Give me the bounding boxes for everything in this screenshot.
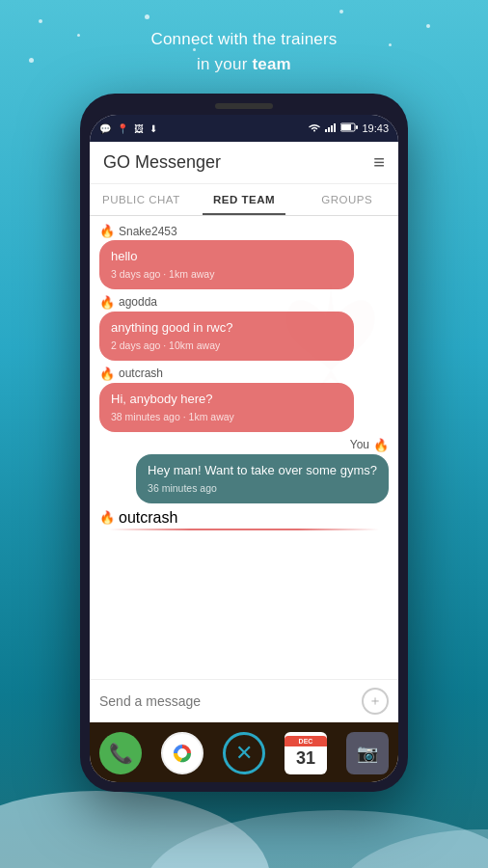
outcrash-row: 🔥 outcrash — [99, 509, 389, 527]
app-title: GO Messenger — [103, 152, 221, 173]
outcrash-last-label: outcrash — [119, 509, 177, 527]
tab-public-chat[interactable]: PUBLIC CHAT — [90, 184, 193, 215]
bubble-meta-2: 38 minutes ago · 1km away — [111, 410, 342, 424]
signal-icon — [325, 122, 337, 134]
fire-icon-you: 🔥 — [373, 438, 389, 452]
bubble-text-1: anything good in rwc? — [111, 319, 342, 337]
hero-line2-bold: team — [252, 55, 291, 73]
phone-speaker — [215, 103, 273, 109]
bubble-text-0: hello — [111, 248, 342, 265]
svg-rect-5 — [331, 125, 333, 132]
bubble-2: Hi, anybody here? 38 minutes ago · 1km a… — [99, 383, 354, 432]
fire-icon-1: 🔥 — [99, 295, 115, 310]
hero-line2-prefix: in your — [197, 55, 252, 73]
message-input[interactable] — [99, 693, 354, 709]
hero-header: Connect with the trainers in your team — [0, 0, 488, 94]
svg-rect-8 — [341, 124, 351, 130]
sender-label-0: 🔥 Snake2453 — [99, 224, 389, 238]
sender-label-2: 🔥 outcrash — [99, 366, 389, 381]
bubble-meta-1: 2 days ago · 10km away — [111, 339, 342, 353]
snow-particle — [77, 34, 80, 37]
download-icon: ⬇ — [149, 123, 157, 134]
battery-icon — [340, 122, 358, 134]
time-display: 19:43 — [362, 122, 389, 134]
bubble-0: hello 3 days ago · 1km away — [99, 240, 354, 289]
bubble-1: anything good in rwc? 2 days ago · 10km … — [99, 312, 354, 361]
snow-particle — [389, 43, 392, 46]
wifi-icon — [308, 122, 321, 134]
camera-icon: 📷 — [357, 743, 378, 764]
message-block-0: 🔥 Snake2453 hello 3 days ago · 1km away — [99, 224, 389, 289]
sender-label-1: 🔥 agodda — [99, 295, 389, 310]
status-bar: 💬 📍 🖼 ⬇ 19:43 — [90, 115, 398, 142]
hero-line2: in your team — [19, 52, 469, 77]
tab-groups[interactable]: GROUPS — [295, 184, 398, 215]
bubble-text-2: Hi, anybody here? — [111, 391, 342, 408]
you-label: You 🔥 — [99, 438, 389, 452]
nav-calendar-button[interactable]: DEC 31 — [285, 732, 327, 774]
phone-device: 💬 📍 🖼 ⬇ 19:43 GO Messenger ≡ — [80, 94, 408, 792]
status-left-icons: 💬 📍 🖼 ⬇ — [99, 123, 157, 134]
calendar-month: DEC — [285, 736, 327, 746]
nav-camera-button[interactable]: 📷 — [346, 732, 389, 774]
bubble-meta-0: 3 days ago · 1km away — [111, 267, 342, 282]
hero-line1: Connect with the trainers — [19, 27, 469, 52]
fire-icon-2: 🔥 — [99, 366, 115, 381]
message-block-2: 🔥 outcrash Hi, anybody here? 38 minutes … — [99, 366, 389, 432]
svg-rect-3 — [325, 129, 327, 132]
svg-point-0 — [0, 791, 270, 868]
phone-icon: 📞 — [109, 742, 133, 765]
svg-rect-4 — [328, 127, 330, 132]
fire-icon-last: 🔥 — [99, 510, 115, 525]
snow-particle — [426, 24, 430, 28]
calendar-day: 31 — [296, 746, 315, 771]
svg-rect-6 — [334, 123, 336, 132]
bottom-nav: 📞 ✕ — [90, 722, 398, 782]
bubble-3: Hey man! Want to take over some gyms? 36… — [136, 454, 389, 503]
nav-chrome-button[interactable] — [161, 732, 203, 774]
location-icon: 📍 — [117, 123, 128, 134]
svg-point-1 — [145, 810, 488, 868]
nav-phone-button[interactable]: 📞 — [99, 732, 142, 774]
chat-area: 🔥 Snake2453 hello 3 days ago · 1km away … — [90, 216, 398, 679]
messenger-icon: 💬 — [99, 123, 111, 134]
bubble-text-3: Hey man! Want to take over some gyms? — [148, 462, 377, 479]
image-icon: 🖼 — [134, 123, 144, 134]
snow-particle — [145, 14, 149, 19]
fire-icon: 🔥 — [99, 224, 115, 238]
close-icon: ✕ — [235, 741, 253, 766]
tabs-bar: PUBLIC CHAT RED TEAM GROUPS — [90, 184, 398, 216]
bubble-meta-3: 36 minutes ago — [148, 481, 377, 496]
chrome-icon — [170, 741, 195, 766]
svg-rect-9 — [356, 125, 358, 129]
snow-particle — [29, 58, 34, 63]
message-block-1: 🔥 agodda anything good in rwc? 2 days ag… — [99, 295, 389, 361]
nav-close-button[interactable]: ✕ — [223, 732, 265, 774]
svg-point-12 — [178, 749, 187, 758]
tab-red-team[interactable]: RED TEAM — [193, 184, 296, 215]
snow-particle — [339, 10, 343, 14]
location-attach-button[interactable]: ＋ — [362, 688, 389, 715]
status-right: 19:43 — [308, 122, 389, 134]
snow-particle — [193, 48, 196, 51]
snow-particle — [39, 19, 42, 23]
menu-button[interactable]: ≡ — [373, 151, 385, 174]
divider-red — [109, 529, 379, 530]
svg-point-2 — [338, 829, 488, 868]
message-block-3: You 🔥 Hey man! Want to take over some gy… — [99, 438, 389, 503]
bubble-right-wrap: Hey man! Want to take over some gyms? 36… — [99, 454, 389, 503]
message-input-bar: ＋ — [90, 679, 398, 722]
phone-screen: 💬 📍 🖼 ⬇ 19:43 GO Messenger ≡ — [90, 115, 398, 782]
app-header: GO Messenger ≡ — [90, 142, 398, 184]
